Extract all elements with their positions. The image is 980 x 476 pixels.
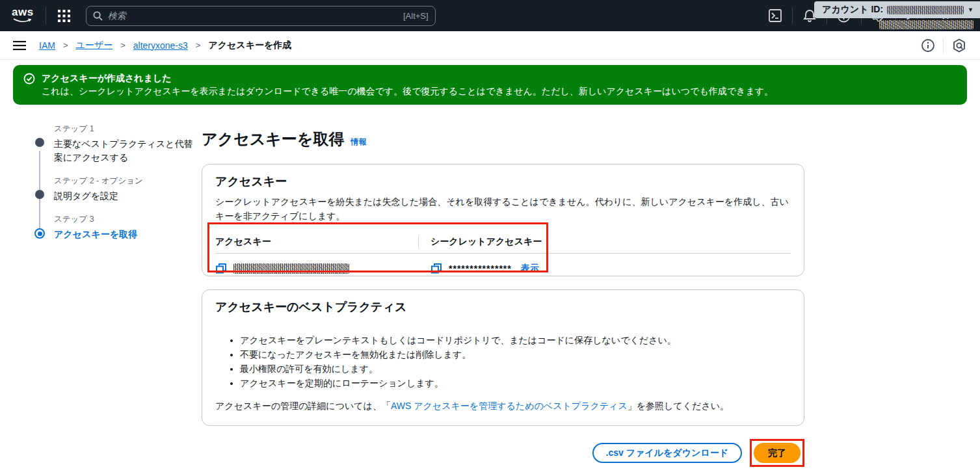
info-icon[interactable]	[921, 38, 935, 53]
step-2-circle-icon	[35, 190, 44, 199]
table-header-rule	[215, 253, 791, 254]
step-3-label: ステップ 3	[54, 214, 198, 225]
search-icon	[93, 11, 103, 21]
access-key-row: *************** 表示	[215, 255, 791, 282]
breadcrumb-bar: IAM > ユーザー > alteryxone-s3 > アクセスキーを作成	[0, 31, 980, 60]
breadcrumb-separator: >	[120, 40, 126, 50]
step-1-circle-icon	[35, 138, 44, 147]
account-id-redacted	[887, 6, 964, 14]
access-key-value-redacted	[233, 263, 349, 274]
page-utilities	[921, 38, 967, 53]
side-menu-hamburger-icon[interactable]	[13, 40, 26, 51]
cloudshell-icon[interactable]	[764, 6, 786, 25]
main-content: アクセスキーを取得 情報 アクセスキー シークレットアクセスキーを紛失または失念…	[202, 124, 804, 467]
wizard-steps-nav: ステップ 1 主要なベストプラクティスと代替案にアクセスする ステップ 2 - …	[13, 124, 198, 252]
aws-logo-smile	[13, 18, 33, 23]
show-secret-link[interactable]: 表示	[521, 263, 539, 274]
done-button[interactable]: 完了	[754, 443, 801, 463]
step-1: ステップ 1 主要なベストプラクティスと代替案にアクセスする	[13, 124, 198, 165]
account-name-redacted[interactable]	[879, 20, 973, 29]
best-practices-card: アクセスキーのベストプラクティス アクセスキーをプレーンテキストもしくはコードリ…	[202, 289, 804, 426]
best-practices-title: アクセスキーのベストプラクティス	[215, 299, 791, 315]
step-3-active: ステップ 3 アクセスキーを取得	[13, 214, 198, 241]
breadcrumb-current-page: アクセスキーを作成	[208, 40, 291, 51]
access-key-table-header: アクセスキー シークレットアクセスキー	[215, 232, 791, 252]
chevron-down-icon: ▼	[968, 7, 973, 13]
flash-message: これは、シークレットアクセスキーを表示またはダウンロードできる唯一の機会です。後…	[42, 85, 773, 98]
footer-text-prefix: アクセスキーの管理の詳細については、「	[215, 401, 391, 411]
flash-text: アクセスキーが作成されました これは、シークレットアクセスキーを表示またはダウン…	[42, 72, 773, 98]
step-1-title[interactable]: 主要なベストプラクティスと代替案にアクセスする	[54, 137, 198, 165]
info-link[interactable]: 情報	[351, 137, 366, 148]
breadcrumb-separator: >	[196, 40, 201, 50]
account-id-label: アカウント ID:	[822, 4, 883, 16]
access-key-table: アクセスキー シークレットアクセスキー	[215, 232, 791, 282]
nav-divider	[792, 7, 793, 24]
success-flashbar: アクセスキーが作成されました これは、シークレットアクセスキーを表示またはダウン…	[13, 65, 967, 105]
access-key-card-title: アクセスキー	[215, 174, 791, 189]
search-shortcut-hint: [Alt+S]	[403, 11, 429, 21]
success-check-icon	[23, 73, 35, 85]
secret-key-column-header: シークレットアクセスキー	[419, 236, 542, 248]
aws-logo-text: aws	[12, 8, 34, 17]
page-title-row: アクセスキーを取得 情報	[202, 129, 804, 150]
red-annotation-box-done: 完了	[750, 439, 804, 467]
best-practices-list: アクセスキーをプレーンテキストもしくはコードリポジトリで、またはコードに保存しな…	[240, 333, 791, 390]
access-key-cell	[215, 263, 419, 274]
flash-title: アクセスキーが作成されました	[42, 72, 773, 85]
account-id-tooltip[interactable]: アカウント ID: ▼	[814, 1, 980, 18]
download-csv-button[interactable]: .csv ファイルをダウンロード	[592, 443, 742, 463]
divider	[943, 38, 944, 53]
breadcrumb-users[interactable]: ユーザー	[75, 40, 113, 51]
access-key-column-header: アクセスキー	[215, 236, 418, 248]
top-navigation: aws [Alt+S]	[0, 0, 980, 31]
breadcrumb: IAM > ユーザー > alteryxone-s3 > アクセスキーを作成	[39, 40, 291, 51]
best-practice-item: アクセスキーを定期的にローテーションします。	[240, 376, 791, 390]
access-key-card-description: シークレットアクセスキーを紛失または失念した場合、それを取得することはできません…	[215, 194, 791, 223]
breadcrumb-iam[interactable]: IAM	[39, 40, 55, 51]
best-practice-item: アクセスキーをプレーンテキストもしくはコードリポジトリで、またはコードに保存しな…	[240, 333, 791, 347]
aws-logo[interactable]: aws	[12, 8, 34, 23]
best-practices-doc-link[interactable]: AWS アクセスキーを管理するためのベストプラクティス	[391, 401, 628, 411]
best-practice-item: 不要になったアクセスキーを無効化または削除します。	[240, 347, 791, 362]
best-practices-footer: アクセスキーの管理の詳細については、「AWS アクセスキーを管理するためのベスト…	[215, 401, 791, 412]
step-1-label: ステップ 1	[54, 124, 198, 135]
step-2: ステップ 2 - オプション 説明タグを設定	[13, 176, 198, 203]
footer-actions: .csv ファイルをダウンロード 完了	[202, 439, 804, 467]
search-bar[interactable]: [Alt+S]	[86, 6, 436, 26]
breadcrumb-user-name[interactable]: alteryxone-s3	[133, 40, 188, 51]
services-grid-icon[interactable]	[58, 10, 70, 22]
step-3-circle-icon	[34, 228, 45, 239]
secret-key-cell: *************** 表示	[419, 263, 539, 274]
aws-console-screen: aws [Alt+S]	[0, 0, 980, 476]
copy-secret-key-icon[interactable]	[430, 263, 442, 274]
nav-divider	[46, 7, 46, 24]
breadcrumb-separator: >	[63, 40, 68, 50]
copy-access-key-icon[interactable]	[215, 263, 227, 274]
step-3-title[interactable]: アクセスキーを取得	[54, 228, 198, 241]
page-title: アクセスキーを取得	[202, 129, 344, 150]
step-2-title[interactable]: 説明タグを設定	[54, 189, 198, 203]
step-2-label: ステップ 2 - オプション	[54, 176, 198, 187]
amazon-q-hexagon-icon[interactable]	[951, 38, 967, 53]
secret-key-masked-value: ***************	[449, 263, 512, 274]
search-input[interactable]	[108, 10, 403, 21]
access-key-card: アクセスキー シークレットアクセスキーを紛失または失念した場合、それを取得するこ…	[202, 164, 804, 276]
best-practice-item: 最小権限の許可を有効にします。	[240, 362, 791, 376]
footer-text-suffix: 」を参照してください。	[628, 401, 729, 411]
